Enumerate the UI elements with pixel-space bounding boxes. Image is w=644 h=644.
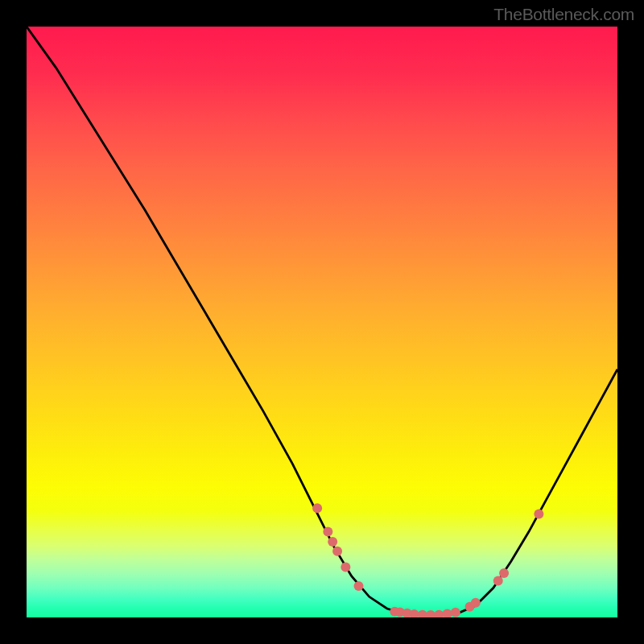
data-dot	[534, 510, 543, 519]
data-dot	[493, 576, 503, 585]
data-dot	[451, 608, 460, 617]
data-dots	[312, 503, 543, 617]
data-dot	[323, 527, 332, 537]
data-dot	[341, 563, 350, 572]
data-dot	[354, 581, 364, 591]
curve-line	[27, 27, 617, 616]
watermark-text: TheBottleneck.com	[493, 5, 634, 24]
data-dot	[499, 568, 509, 578]
data-dot	[332, 547, 342, 556]
data-dot	[471, 598, 481, 608]
chart-svg	[27, 27, 617, 617]
data-dot	[434, 610, 444, 617]
data-dot	[426, 610, 436, 617]
data-dot	[418, 610, 427, 617]
data-dot	[443, 609, 452, 617]
data-dot	[312, 503, 322, 513]
data-dot	[328, 537, 337, 547]
plot-area	[27, 27, 617, 617]
